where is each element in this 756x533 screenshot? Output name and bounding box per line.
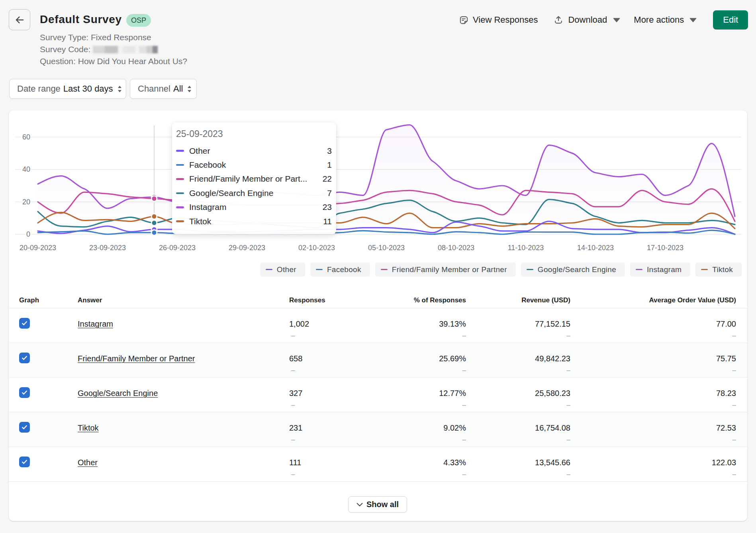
svg-text:02-10-2023: 02-10-2023 <box>298 244 335 252</box>
svg-text:11-10-2023: 11-10-2023 <box>508 244 544 252</box>
svg-text:17-10-2023: 17-10-2023 <box>647 244 684 252</box>
svg-text:14-10-2023: 14-10-2023 <box>577 244 614 252</box>
svg-text:20-09-2023: 20-09-2023 <box>20 244 56 252</box>
svg-text:20: 20 <box>22 198 30 206</box>
svg-text:0: 0 <box>26 230 30 238</box>
svg-text:23-09-2023: 23-09-2023 <box>89 244 126 252</box>
svg-text:08-10-2023: 08-10-2023 <box>438 244 474 252</box>
svg-text:29-09-2023: 29-09-2023 <box>229 244 265 252</box>
svg-text:05-10-2023: 05-10-2023 <box>368 244 405 252</box>
svg-text:26-09-2023: 26-09-2023 <box>159 244 196 252</box>
svg-text:40: 40 <box>22 165 30 173</box>
svg-text:60: 60 <box>22 133 30 141</box>
